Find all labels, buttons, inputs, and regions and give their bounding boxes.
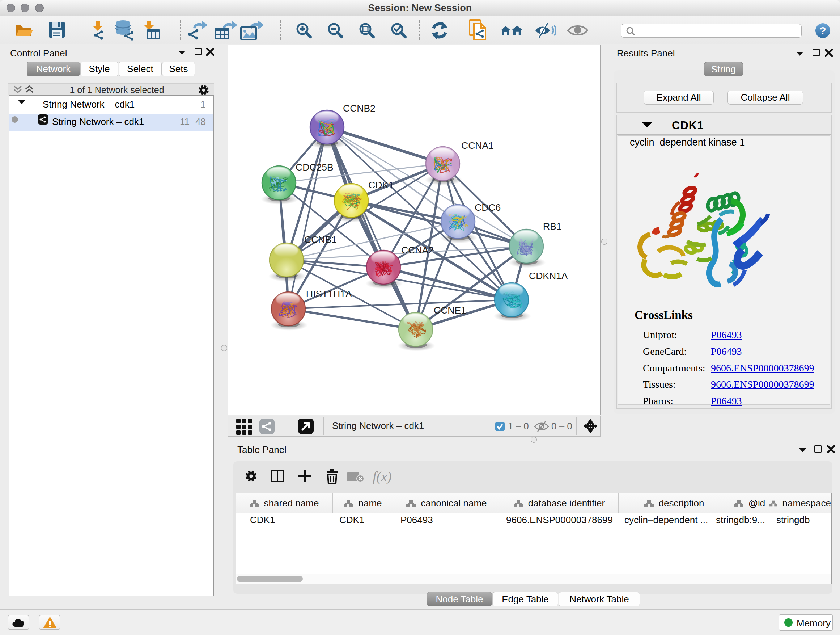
svg-text:CCNB2: CCNB2 bbox=[343, 103, 376, 114]
svg-text:RB1: RB1 bbox=[543, 221, 562, 232]
svg-text:CCNB1: CCNB1 bbox=[304, 234, 337, 245]
svg-text:CDC25B: CDC25B bbox=[295, 162, 333, 173]
svg-text:CCNA2: CCNA2 bbox=[401, 245, 434, 256]
svg-text:CCNA1: CCNA1 bbox=[461, 140, 494, 151]
svg-text:CDKN1A: CDKN1A bbox=[529, 271, 568, 281]
svg-text:CDK1: CDK1 bbox=[368, 180, 394, 190]
svg-text:CCNE1: CCNE1 bbox=[434, 305, 466, 316]
svg-text:CDC6: CDC6 bbox=[475, 202, 501, 213]
svg-text:HIST1H1A: HIST1H1A bbox=[306, 288, 352, 299]
